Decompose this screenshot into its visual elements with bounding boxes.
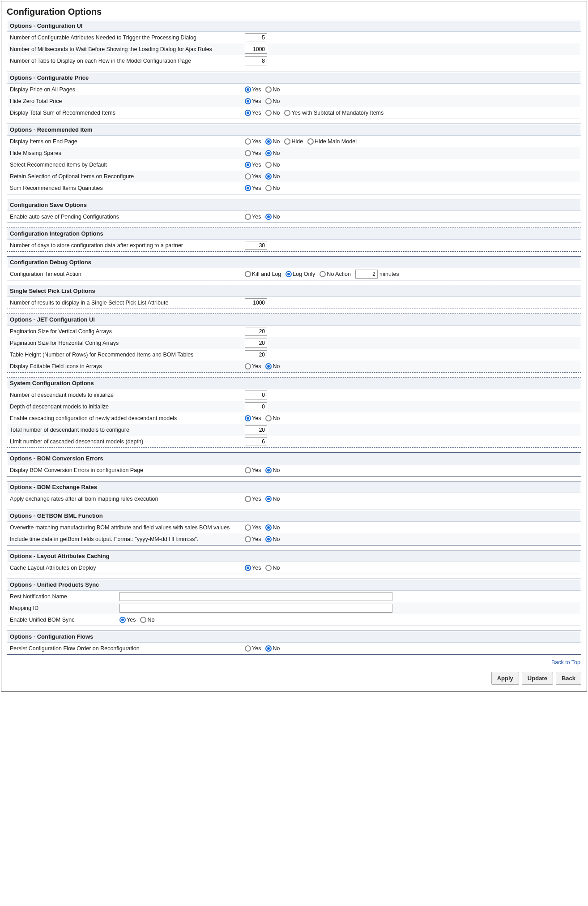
radio-label: Yes	[252, 173, 261, 180]
radio-getbom-time-no[interactable]: No	[265, 536, 280, 542]
radio-display-end-no[interactable]: No	[265, 138, 280, 145]
radio-label: No	[273, 185, 280, 191]
label-table-height: Table Height (Number of Rows) for Recomm…	[10, 352, 245, 358]
radio-timeout-kill[interactable]: Kill and Log	[245, 271, 281, 277]
radio-getbom-time-yes[interactable]: Yes	[245, 536, 261, 542]
radio-cascading-yes[interactable]: Yes	[245, 415, 261, 421]
radio-display-sum-yes[interactable]: Yes	[245, 110, 261, 116]
input-pag-vertical[interactable]	[245, 327, 267, 336]
radio-bom-exch-yes[interactable]: Yes	[245, 496, 261, 502]
radio-bom-conv-yes[interactable]: Yes	[245, 467, 261, 473]
radio-label: Yes	[252, 214, 261, 220]
radio-sum-qty-no[interactable]: No	[265, 185, 280, 191]
input-depth-desc[interactable]	[245, 402, 267, 411]
radio-sum-qty-yes[interactable]: Yes	[245, 185, 261, 191]
input-picklist-results[interactable]	[245, 298, 267, 307]
update-button[interactable]: Update	[522, 672, 553, 685]
radio-timeout-log[interactable]: Log Only	[285, 271, 315, 277]
radio-display-end-hidemain[interactable]: Hide Main Model	[307, 138, 357, 145]
label-total-desc: Total number of descendant models to con…	[10, 427, 245, 433]
radio-getbom-overwrite-yes[interactable]: Yes	[245, 524, 261, 531]
label-retain-optional: Retain Selection of Optional Items on Re…	[10, 173, 245, 180]
radio-cache-layout-no[interactable]: No	[265, 565, 280, 571]
radio-label: Yes	[252, 645, 261, 652]
radio-persist-flow-no[interactable]: No	[265, 645, 280, 652]
radio-label: Yes	[252, 98, 261, 104]
radio-label: No	[273, 173, 280, 180]
radio-timeout-noaction[interactable]: No Action	[320, 271, 351, 277]
section-header: Configuration Integration Options	[7, 228, 581, 240]
radio-auto-save-no[interactable]: No	[265, 214, 280, 220]
label-timeout-action: Configuration Timeout Action	[10, 271, 245, 277]
radio-hide-zero-no[interactable]: No	[265, 98, 280, 104]
input-num-desc[interactable]	[245, 391, 267, 399]
label-minutes: minutes	[379, 271, 399, 277]
radio-enable-sync-yes[interactable]: Yes	[119, 617, 136, 623]
radio-bom-exch-no[interactable]: No	[265, 496, 280, 502]
radio-editable-icons-yes[interactable]: Yes	[245, 363, 261, 369]
label-days-store: Number of days to store configuration da…	[10, 242, 245, 249]
label-rest-name: Rest Notification Name	[10, 593, 119, 600]
radio-label: Hide Main Model	[315, 138, 357, 145]
section-header: Options - Configuration Flows	[7, 631, 581, 643]
radio-display-sum-subtotal[interactable]: Yes with Subtotal of Mandatory Items	[284, 110, 383, 116]
radio-label: Yes	[252, 150, 261, 156]
section-header: Options - JET Configuration UI	[7, 314, 581, 326]
label-cascading: Enable cascading configuration of newly …	[10, 415, 245, 421]
label-attr-count: Number of Configurable Attributes Needed…	[10, 34, 245, 41]
input-tabs-row[interactable]	[245, 56, 267, 65]
radio-display-end-yes[interactable]: Yes	[245, 138, 261, 145]
radio-select-default-yes[interactable]: Yes	[245, 162, 261, 168]
radio-label: No	[273, 150, 280, 156]
section-bom-conversion: Options - BOM Conversion Errors Display …	[7, 452, 581, 477]
radio-hide-zero-yes[interactable]: Yes	[245, 98, 261, 104]
radio-label: Yes	[252, 363, 261, 369]
radio-label: Yes	[252, 185, 261, 191]
input-limit-desc[interactable]	[245, 437, 267, 446]
radio-select-default-no[interactable]: No	[265, 162, 280, 168]
label-hide-missing: Hide Missing Spares	[10, 150, 245, 156]
back-button[interactable]: Back	[556, 672, 581, 685]
radio-label: Yes	[252, 536, 261, 542]
input-table-height[interactable]	[245, 350, 267, 359]
section-config-ui: Options - Configuration UI Number of Con…	[7, 20, 581, 67]
label-hide-zero: Hide Zero Total Price	[10, 98, 245, 104]
input-total-desc[interactable]	[245, 425, 267, 434]
radio-cascading-no[interactable]: No	[265, 415, 280, 421]
section-jet-ui: Options - JET Configuration UI Paginatio…	[7, 313, 581, 373]
radio-bom-conv-no[interactable]: No	[265, 467, 280, 473]
radio-display-price-all-yes[interactable]: Yes	[245, 86, 261, 93]
section-header: Configuration Save Options	[7, 199, 581, 211]
input-days-store[interactable]	[245, 241, 267, 250]
back-to-top-link[interactable]: Back to Top	[7, 659, 580, 666]
radio-label: No	[273, 138, 280, 145]
input-attr-count[interactable]	[245, 33, 267, 42]
input-ms-wait[interactable]	[245, 45, 267, 54]
radio-hide-missing-no[interactable]: No	[265, 150, 280, 156]
input-mapping-id[interactable]	[119, 604, 392, 613]
radio-retain-optional-yes[interactable]: Yes	[245, 173, 261, 180]
radio-hide-missing-yes[interactable]: Yes	[245, 150, 261, 156]
radio-display-price-all-no[interactable]: No	[265, 86, 280, 93]
radio-auto-save-yes[interactable]: Yes	[245, 214, 261, 220]
radio-persist-flow-yes[interactable]: Yes	[245, 645, 261, 652]
input-rest-name[interactable]	[119, 592, 392, 601]
radio-display-end-hide[interactable]: Hide	[284, 138, 303, 145]
section-picklist-options: Single Select Pick List Options Number o…	[7, 285, 581, 309]
input-timeout-minutes[interactable]	[355, 270, 378, 279]
radio-editable-icons-no[interactable]: No	[265, 363, 280, 369]
radio-getbom-overwrite-no[interactable]: No	[265, 524, 280, 531]
apply-button[interactable]: Apply	[491, 672, 519, 685]
radio-label: Yes	[252, 162, 261, 168]
section-config-flows: Options - Configuration Flows Persist Co…	[7, 631, 581, 655]
label-tabs-row: Number of Tabs to Display on each Row in…	[10, 58, 245, 64]
input-pag-horizontal[interactable]	[245, 339, 267, 348]
radio-label: Yes	[252, 415, 261, 421]
radio-label: No	[273, 110, 280, 116]
radio-cache-layout-yes[interactable]: Yes	[245, 565, 261, 571]
radio-label: No	[273, 162, 280, 168]
radio-display-sum-no[interactable]: No	[265, 110, 280, 116]
radio-retain-optional-no[interactable]: No	[265, 173, 280, 180]
radio-enable-sync-no[interactable]: No	[140, 617, 154, 623]
radio-label: Yes	[252, 467, 261, 473]
